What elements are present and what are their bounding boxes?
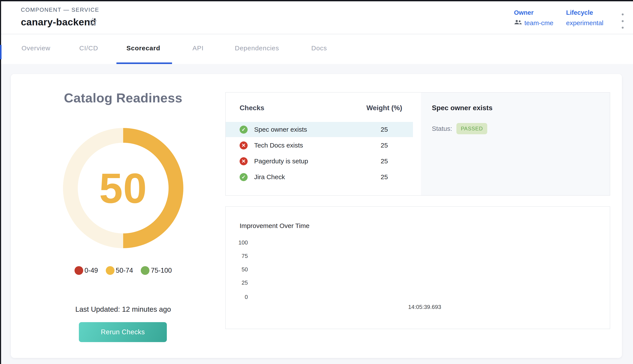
tab-overview[interactable]: Overview [22, 44, 50, 52]
check-detail-title: Spec owner exists [432, 104, 492, 112]
y-axis-tick: 100 [228, 239, 248, 246]
page-title: canary-backend [21, 16, 96, 28]
tab-dependencies[interactable]: Dependencies [235, 44, 279, 52]
checks-panel: Checks Weight (%) Spec owner exists 25 T… [225, 92, 610, 196]
column-header-weight: Weight (%) [352, 104, 417, 112]
active-tab-underline [116, 62, 172, 64]
y-axis-tick: 75 [228, 253, 248, 260]
entity-header: COMPONENT — SERVICE canary-backend Owner… [1, 1, 633, 34]
legend-item-high: 75-100 [141, 266, 172, 275]
gauge-score: 50 [99, 164, 147, 212]
legend-item-mid: 50-74 [106, 266, 133, 275]
check-circle-icon [240, 126, 248, 134]
check-row-pagerduty[interactable]: Pagerduty is setup 25 [226, 154, 413, 169]
kebab-icon [622, 14, 624, 16]
column-header-checks: Checks [240, 104, 264, 112]
status-badge: PASSED [456, 123, 487, 134]
check-row-spec-owner[interactable]: Spec owner exists 25 [226, 122, 413, 137]
status-label: Status: [432, 125, 452, 132]
entity-tabs: Overview CI/CD Scorecard API Dependencie… [1, 34, 633, 64]
y-axis-tick: 25 [228, 280, 248, 286]
star-icon [88, 17, 98, 28]
gauge-hole: 50 [78, 143, 168, 234]
lifecycle-block: Lifecycle experimental [566, 9, 603, 27]
people-icon [514, 19, 522, 27]
legend-dot-yellow [106, 266, 114, 275]
check-circle-icon [240, 173, 248, 181]
check-row-jira[interactable]: Jira Check 25 [226, 170, 413, 184]
legend-dot-green [141, 266, 149, 275]
lifecycle-label: Lifecycle [566, 9, 603, 16]
x-circle-icon [240, 157, 248, 165]
favorite-button[interactable] [88, 17, 98, 27]
rerun-checks-button[interactable]: Rerun Checks [79, 322, 167, 342]
breadcrumb: COMPONENT — SERVICE [21, 6, 99, 13]
status-row: Status: PASSED [432, 123, 487, 134]
chart-title: Improvement Over Time [240, 222, 310, 230]
sidebar-active-indicator [0, 45, 2, 59]
scorecard-card: Catalog Readiness 50 0-49 50-74 75-100 L… [11, 74, 622, 358]
scorecard-title: Catalog Readiness [36, 90, 210, 106]
page-content: Catalog Readiness 50 0-49 50-74 75-100 L… [1, 64, 633, 364]
y-axis-tick: 0 [228, 294, 248, 300]
check-detail-panel: Spec owner exists Status: PASSED [421, 93, 610, 195]
readiness-gauge: 50 [63, 128, 183, 248]
x-axis-tick: 14:05:39.693 [392, 304, 457, 310]
legend-item-low: 0-49 [75, 266, 98, 275]
improvement-chart-panel: Improvement Over Time 100 75 50 25 0 14:… [225, 206, 610, 329]
lifecycle-value: experimental [566, 19, 603, 27]
owner-label: Owner [514, 9, 553, 16]
tab-cicd[interactable]: CI/CD [79, 44, 98, 52]
more-options-button[interactable] [619, 14, 626, 29]
score-legend: 0-49 50-74 75-100 [11, 266, 236, 275]
check-row-tech-docs[interactable]: Tech Docs exists 25 [226, 138, 413, 153]
owner-block: Owner team-cme [514, 9, 553, 27]
x-circle-icon [240, 142, 248, 150]
owner-link[interactable]: team-cme [524, 19, 553, 27]
legend-dot-red [75, 266, 83, 275]
y-axis-tick: 50 [228, 266, 248, 273]
window-top-edge [0, 0, 633, 1]
last-updated-text: Last Updated: 12 minutes ago [11, 305, 236, 314]
tab-api[interactable]: API [192, 44, 203, 52]
tab-docs[interactable]: Docs [311, 44, 327, 52]
tab-scorecard[interactable]: Scorecard [126, 44, 160, 52]
